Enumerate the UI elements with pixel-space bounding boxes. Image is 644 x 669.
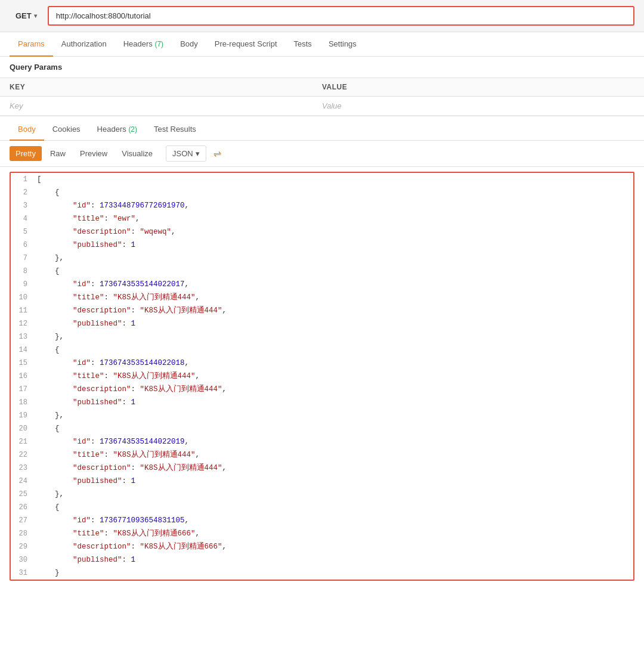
url-input[interactable] — [48, 6, 634, 26]
json-line: 29 "description": "K8S从入门到精通666", — [11, 540, 633, 553]
line-number: 18 — [11, 397, 35, 408]
line-content: } — [35, 567, 633, 579]
tab-tests[interactable]: Tests — [286, 32, 320, 57]
line-content: "published": 1 — [35, 554, 633, 566]
json-line: 27 "id": 1736771093654831105, — [11, 514, 633, 527]
json-line: 31 } — [11, 566, 633, 580]
tab-headers[interactable]: Headers (7) — [115, 32, 172, 57]
response-tab-test-results[interactable]: Test Results — [145, 119, 205, 141]
tab-pre-request-script[interactable]: Pre-request Script — [206, 32, 286, 57]
line-content: "description": "K8S从入门到精通444", — [35, 383, 633, 395]
format-pretty-button[interactable]: Pretty — [10, 146, 42, 161]
line-content: "id": 1736771093654831105, — [35, 515, 633, 526]
tab-settings[interactable]: Settings — [320, 32, 365, 57]
line-content: "title": "K8S从入门到精通666", — [35, 528, 633, 540]
json-line: 9 "id": 1736743535144022017, — [11, 278, 633, 291]
line-number: 23 — [11, 462, 35, 474]
line-number: 6 — [11, 239, 35, 251]
line-number: 19 — [11, 410, 35, 422]
json-line: 5 "description": "wqewq", — [11, 225, 633, 239]
line-content: "title": "K8S从入门到精通444", — [35, 370, 633, 382]
line-content: "id": 1736743535144022019, — [35, 436, 633, 448]
col-value-header: VALUE — [322, 83, 634, 91]
json-line: 2 { — [11, 186, 633, 199]
line-number: 2 — [11, 187, 35, 199]
line-number: 17 — [11, 383, 35, 395]
params-empty-row: Key Value — [0, 97, 644, 116]
json-line: 16 "title": "K8S从入门到精通444", — [11, 370, 633, 383]
line-content: "id": 1733448796772691970, — [35, 200, 633, 212]
tab-authorization[interactable]: Authorization — [53, 32, 115, 57]
col-key-header: KEY — [10, 83, 322, 91]
params-table: KEY VALUE Key Value — [0, 78, 644, 116]
line-content: "published": 1 — [35, 397, 633, 408]
line-number: 10 — [11, 292, 35, 303]
json-line: 30 "published": 1 — [11, 553, 633, 566]
line-number: 27 — [11, 515, 35, 526]
line-content: "title": "K8S从入门到精通444", — [35, 292, 633, 303]
json-line: 19 }, — [11, 409, 633, 422]
format-type-select[interactable]: JSON ▾ — [166, 145, 206, 162]
line-number: 29 — [11, 541, 35, 553]
json-line: 10 "title": "K8S从入门到精通444", — [11, 291, 633, 304]
line-number: 9 — [11, 278, 35, 290]
tab-body[interactable]: Body — [172, 32, 206, 57]
line-number: 11 — [11, 305, 35, 317]
json-line: 26 { — [11, 501, 633, 514]
json-line: 18 "published": 1 — [11, 396, 633, 409]
line-number: 22 — [11, 449, 35, 461]
line-number: 1 — [11, 174, 35, 185]
line-number: 28 — [11, 528, 35, 540]
line-number: 4 — [11, 213, 35, 225]
json-line: 6 "published": 1 — [11, 239, 633, 252]
line-content: { — [35, 187, 633, 199]
line-content: }, — [35, 488, 633, 500]
line-content: [ — [35, 174, 633, 185]
json-viewer: 1[2 {3 "id": 1733448796772691970,4 "titl… — [10, 172, 634, 581]
json-line: 20 { — [11, 422, 633, 435]
line-number: 5 — [11, 226, 35, 238]
json-line: 8 { — [11, 265, 633, 278]
json-line: 3 "id": 1733448796772691970, — [11, 199, 633, 212]
response-tab-body[interactable]: Body — [10, 119, 44, 141]
response-tabs-bar: Body Cookies Headers (2) Test Results — [0, 119, 644, 141]
line-content: "published": 1 — [35, 239, 633, 251]
json-line: 14 { — [11, 343, 633, 357]
format-bar: Pretty Raw Preview Visualize JSON ▾ ⇌ — [0, 141, 644, 167]
line-content: "id": 1736743535144022017, — [35, 278, 633, 290]
line-content: "description": "wqewq", — [35, 226, 633, 238]
line-content: "id": 1736743535144022018, — [35, 357, 633, 369]
json-line: 7 }, — [11, 252, 633, 265]
line-number: 26 — [11, 501, 35, 513]
line-content: "title": "K8S从入门到精通444", — [35, 449, 633, 461]
method-label: GET — [16, 11, 32, 20]
wrap-icon[interactable]: ⇌ — [213, 148, 221, 159]
json-line: 17 "description": "K8S从入门到精通444", — [11, 383, 633, 396]
tab-params[interactable]: Params — [10, 32, 53, 57]
method-select[interactable]: GET ▾ — [10, 8, 43, 24]
line-number: 15 — [11, 357, 35, 369]
json-line: 23 "description": "K8S从入门到精通444", — [11, 462, 633, 475]
json-line: 28 "title": "K8S从入门到精通666", — [11, 527, 633, 540]
line-content: "description": "K8S从入门到精通444", — [35, 462, 633, 474]
params-key-input: Key — [10, 101, 322, 110]
params-value-input: Value — [322, 101, 634, 110]
format-raw-button[interactable]: Raw — [44, 146, 72, 161]
format-preview-button[interactable]: Preview — [74, 146, 113, 161]
format-chevron-icon: ▾ — [196, 149, 200, 158]
line-number: 14 — [11, 344, 35, 356]
line-content: "title": "ewr", — [35, 213, 633, 225]
line-number: 24 — [11, 475, 35, 487]
line-number: 3 — [11, 200, 35, 212]
response-tab-headers[interactable]: Headers (2) — [89, 119, 145, 141]
json-line: 13 }, — [11, 330, 633, 343]
query-params-header: Query Params — [0, 57, 644, 78]
format-visualize-button[interactable]: Visualize — [116, 146, 159, 161]
response-tab-cookies[interactable]: Cookies — [44, 119, 89, 141]
line-content: { — [35, 501, 633, 513]
headers-badge: (7) — [154, 40, 163, 48]
json-line: 25 }, — [11, 488, 633, 501]
line-content: { — [35, 265, 633, 277]
json-line: 4 "title": "ewr", — [11, 212, 633, 225]
line-number: 13 — [11, 331, 35, 343]
